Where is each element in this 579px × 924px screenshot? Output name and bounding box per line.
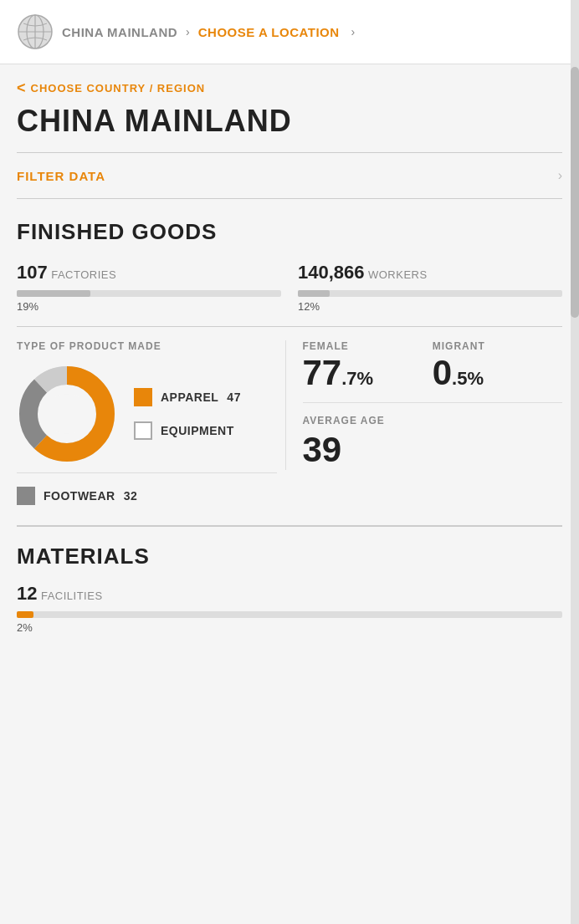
- migrant-title: MIGRANT: [433, 340, 562, 352]
- equipment-color-box: [134, 421, 152, 440]
- materials-stats: 12 FACILITIES 2%: [17, 583, 562, 634]
- product-type-label: TYPE OF PRODUCT MADE: [17, 340, 277, 352]
- materials-pct: 2%: [17, 621, 562, 634]
- migrant-col: MIGRANT 0.5%: [433, 340, 562, 391]
- workers-stat: 140,866 WORKERS 12%: [281, 262, 562, 313]
- back-nav[interactable]: < CHOOSE COUNTRY / REGION: [17, 64, 562, 104]
- female-stat: 77.7%: [303, 355, 433, 391]
- factories-pct: 19%: [17, 300, 281, 313]
- factories-number: 107: [17, 262, 48, 283]
- breadcrumb-country: CHINA MAINLAND: [62, 25, 177, 39]
- main-content: < CHOOSE COUNTRY / REGION CHINA MAINLAND…: [0, 64, 579, 651]
- avg-age-label: AVERAGE AGE: [303, 415, 563, 426]
- footwear-color-box: [17, 487, 35, 505]
- materials-progress-fill: [17, 611, 33, 618]
- workers-pct: 12%: [298, 300, 562, 313]
- header: CHINA MAINLAND › CHOOSE A LOCATION ›: [0, 0, 579, 64]
- globe-icon: [17, 13, 54, 50]
- workers-label: WORKERS: [368, 268, 428, 281]
- female-decimal: .7%: [341, 368, 373, 389]
- apparel-color-box: [134, 388, 152, 406]
- facilities-number: 12: [17, 583, 37, 604]
- apparel-count: 47: [227, 391, 241, 404]
- demographics-col: FEMALE 77.7% MIGRANT 0.5%: [285, 340, 563, 470]
- page-title: CHINA MAINLAND: [17, 104, 562, 153]
- breadcrumb-separator-2: ›: [351, 25, 356, 38]
- materials-progress-bg: [17, 611, 562, 618]
- stats-row: 107 FACTORIES 19% 140,866 WORKERS: [17, 262, 562, 313]
- back-arrow-icon: <: [17, 79, 26, 97]
- donut-chart: [17, 364, 117, 464]
- footwear-label: FOOTWEAR: [44, 489, 115, 503]
- donut-container: APPAREL 47 EQUIPMENT: [17, 364, 277, 464]
- filter-label: FILTER DATA: [17, 169, 105, 183]
- svg-point-8: [47, 394, 87, 434]
- female-number: 77: [303, 353, 342, 392]
- filter-row[interactable]: FILTER DATA ›: [17, 153, 562, 199]
- back-label: CHOOSE COUNTRY / REGION: [31, 82, 206, 94]
- equipment-label: EQUIPMENT: [161, 424, 234, 437]
- factories-progress-bg: [17, 290, 281, 297]
- migrant-stat: 0.5%: [433, 355, 562, 391]
- factories-label: FACTORIES: [51, 268, 116, 281]
- factories-progress-fill: [17, 290, 90, 297]
- factories-stat: 107 FACTORIES 19%: [17, 262, 281, 313]
- product-type-col: TYPE OF PRODUCT MADE: [17, 340, 285, 505]
- finished-goods-section: FINISHED GOODS 107 FACTORIES 19% 140,866: [17, 199, 562, 505]
- footwear-count: 32: [124, 489, 138, 503]
- footwear-row: FOOTWEAR 32: [17, 472, 277, 505]
- workers-progress-bg: [298, 290, 562, 297]
- avg-age-section: AVERAGE AGE 39: [303, 415, 563, 470]
- finished-goods-title: FINISHED GOODS: [17, 219, 562, 245]
- breadcrumb-separator-1: ›: [186, 25, 190, 38]
- female-col: FEMALE 77.7%: [303, 340, 433, 391]
- female-title: FEMALE: [303, 340, 433, 352]
- legend-equipment: EQUIPMENT: [134, 421, 241, 440]
- migrant-number: 0: [433, 353, 452, 392]
- scrollbar-thumb[interactable]: [571, 67, 579, 318]
- materials-section: MATERIALS 12 FACILITIES 2%: [17, 525, 562, 634]
- scrollbar[interactable]: [571, 0, 579, 924]
- apparel-label: APPAREL: [161, 391, 218, 404]
- avg-age-number: 39: [303, 430, 563, 470]
- materials-title: MATERIALS: [17, 544, 562, 569]
- breadcrumb-location[interactable]: CHOOSE A LOCATION: [198, 25, 340, 39]
- facilities-label: FACILITIES: [41, 590, 103, 602]
- filter-arrow-icon: ›: [558, 168, 562, 183]
- chart-legend: APPAREL 47 EQUIPMENT: [134, 388, 241, 440]
- workers-progress-fill: [298, 290, 330, 297]
- migrant-decimal: .5%: [452, 368, 484, 389]
- workers-number: 140,866: [298, 262, 365, 283]
- legend-apparel: APPAREL 47: [134, 388, 241, 406]
- female-migrant-row: FEMALE 77.7% MIGRANT 0.5%: [303, 340, 563, 403]
- data-row: TYPE OF PRODUCT MADE: [17, 326, 562, 505]
